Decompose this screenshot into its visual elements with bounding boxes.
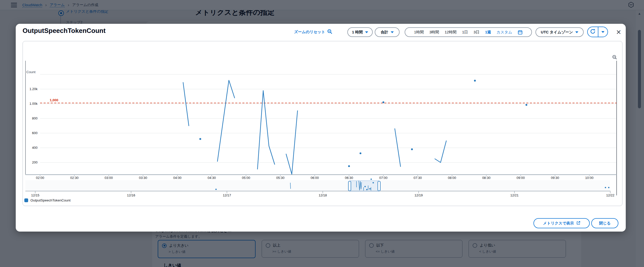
timeline-selection-window[interactable]	[350, 181, 379, 191]
refresh-options-button[interactable]	[598, 27, 607, 37]
chevron-down-icon	[365, 31, 368, 33]
period-dropdown-label: 1 時間	[352, 30, 363, 35]
range-option[interactable]: 1週	[485, 30, 491, 35]
zoom-reset-label: ズームのリセット	[294, 30, 325, 34]
calendar-icon[interactable]	[518, 30, 523, 35]
statistic-dropdown-label: 合計	[381, 30, 388, 35]
chevron-down-icon	[391, 31, 394, 33]
timeline-handle-right[interactable]	[377, 181, 381, 191]
range-option[interactable]: 12時間	[445, 30, 457, 35]
timezone-dropdown[interactable]: UTC タイムゾーン	[535, 27, 584, 37]
zoom-reset-link[interactable]: ズームのリセット	[294, 29, 333, 35]
range-option[interactable]: 3日	[474, 30, 479, 35]
statistic-dropdown[interactable]: 合計	[375, 27, 400, 37]
chevron-down-icon	[601, 31, 604, 33]
close-icon[interactable]: ✕	[614, 27, 624, 37]
refresh-split-button	[587, 27, 608, 37]
close-button[interactable]: 閉じる	[591, 218, 618, 228]
refresh-icon	[590, 29, 596, 35]
close-button-label: 閉じる	[599, 221, 611, 226]
legend-label: OutputSpeechTokenCount	[30, 198, 70, 202]
chart-plot-area[interactable]	[25, 61, 617, 175]
legend-color-swatch	[24, 198, 28, 202]
range-option[interactable]: カスタム	[497, 30, 512, 35]
chart-zoom-out-icon[interactable]	[612, 55, 618, 60]
time-range-segmented-control: 1時間3時間12時間1日3日1週カスタム	[405, 27, 532, 37]
zoom-out-icon	[327, 29, 333, 35]
period-dropdown[interactable]: 1 時間	[347, 27, 373, 37]
view-in-metrics-button[interactable]: メトリクスで表示	[533, 218, 590, 228]
timezone-dropdown-label: UTC タイムゾーン	[541, 30, 573, 35]
range-option[interactable]: 1日	[462, 30, 468, 35]
external-link-icon	[576, 221, 580, 226]
refresh-button[interactable]	[588, 27, 598, 37]
range-option[interactable]: 1時間	[414, 30, 424, 35]
modal-title: OutputSpeechTokenCount	[23, 27, 105, 35]
legend-item[interactable]: OutputSpeechTokenCount	[24, 198, 70, 202]
view-in-metrics-label: メトリクスで表示	[543, 221, 574, 226]
chevron-down-icon	[575, 31, 578, 33]
range-option[interactable]: 3時間	[429, 30, 439, 35]
timeline-handle-left[interactable]	[348, 181, 351, 191]
